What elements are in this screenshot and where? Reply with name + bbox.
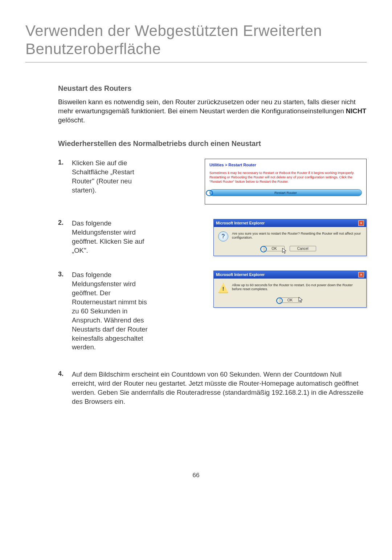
step-1-row: 1. Klicken Sie auf die Schaltfläche „Res… [58,159,367,204]
step-1-text: Klicken Sie auf die Schaltfläche „Restar… [72,159,163,195]
step-2-figure: Microsoft Internet Explorer × ? Are you … [163,219,367,256]
dialog3-buttons: OK [214,297,366,307]
page-number: 66 [25,472,367,479]
section-heading: Neustart des Routers [58,84,367,93]
dialog2-titlebar: Microsoft Internet Explorer × [214,219,366,227]
page-title: Verwenden der Webgestützten Erweiterten … [25,22,367,58]
cancel-button[interactable]: Cancel [290,246,316,251]
dialog2-buttons: OK Cancel [214,246,366,256]
dialog2-body: ? Are you sure you want to restart the R… [214,227,366,246]
close-icon[interactable]: × [358,272,364,277]
sub-heading: Wiederherstellen des Normalbetriebs durc… [58,139,367,148]
confirm-dialog: Microsoft Internet Explorer × ? Are you … [213,219,367,256]
cursor-icon [282,248,289,254]
dialog3-message: Allow up to 60 seconds for the Router to… [232,283,362,291]
step-3-text: Das folgende Meldungsfenster wird geöffn… [72,271,163,352]
header-divider [25,62,367,62]
close-icon[interactable]: × [358,220,364,226]
content-area: Neustart des Routers Bisweilen kann es n… [58,84,367,407]
dialog3-titlebar: Microsoft Internet Explorer × [214,271,366,279]
callout-ellipse-icon [260,246,267,252]
restart-button-label: Restart Router [274,191,297,195]
ok-button[interactable]: OK [280,297,300,303]
wait-dialog: Microsoft Internet Explorer × ! Allow up… [213,271,367,308]
step-4-row: 4. Auf dem Bildschirm erscheint ein Coun… [58,370,367,406]
dialog3-body: ! Allow up to 60 seconds for the Router … [214,279,366,297]
callout-ellipse-icon [276,297,283,304]
restart-router-panel: Utilities > Restart Router Sometimes it … [205,159,367,204]
panel-breadcrumb: Utilities > Restart Router [209,163,362,167]
title-line-1: Verwenden der Webgestützten Erweiterten [25,22,322,39]
ok-button[interactable]: OK [264,246,284,251]
step-2-row: 2. Das folgende Meldungsfenster wird geö… [58,219,367,256]
intro-paragraph: Bisweilen kann es notwendig sein, den Ro… [58,98,367,125]
panel-body-text: Sometimes it may be necessary to Restart… [209,171,362,184]
intro-part2: gelöscht. [58,116,85,124]
ok-label: OK [271,247,277,251]
step-1-number: 1. [58,159,72,166]
step-1-figure: Utilities > Restart Router Sometimes it … [163,159,367,204]
restart-router-button[interactable]: Restart Router [209,189,362,196]
step-3-number: 3. [58,271,72,278]
step-3-row: 3. Das folgende Meldungsfenster wird geö… [58,271,367,352]
question-icon: ? [218,231,228,242]
title-line-2: Benutzeroberfläche [25,40,161,57]
warning-icon: ! [218,283,228,293]
step-3-figure: Microsoft Internet Explorer × ! Allow up… [163,271,367,308]
dialog2-message: Are you sure you want to restart the Rou… [232,231,362,239]
cancel-label: Cancel [297,247,309,251]
step-4-number: 4. [58,370,72,378]
ok-label: OK [287,298,293,302]
intro-part1: Bisweilen kann es notwendig sein, den Ro… [58,98,356,115]
dialog3-title: Microsoft Internet Explorer [216,272,265,277]
step-4-text: Auf dem Bildschirm erscheint ein Countdo… [72,370,367,406]
step-2-text: Das folgende Meldungsfenster wird geöffn… [72,219,163,255]
dialog2-title: Microsoft Internet Explorer [216,221,265,225]
callout-ellipse-icon [206,190,213,196]
cursor-icon [298,297,305,303]
intro-bold: NICHT [346,107,367,115]
step-2-number: 2. [58,219,72,227]
